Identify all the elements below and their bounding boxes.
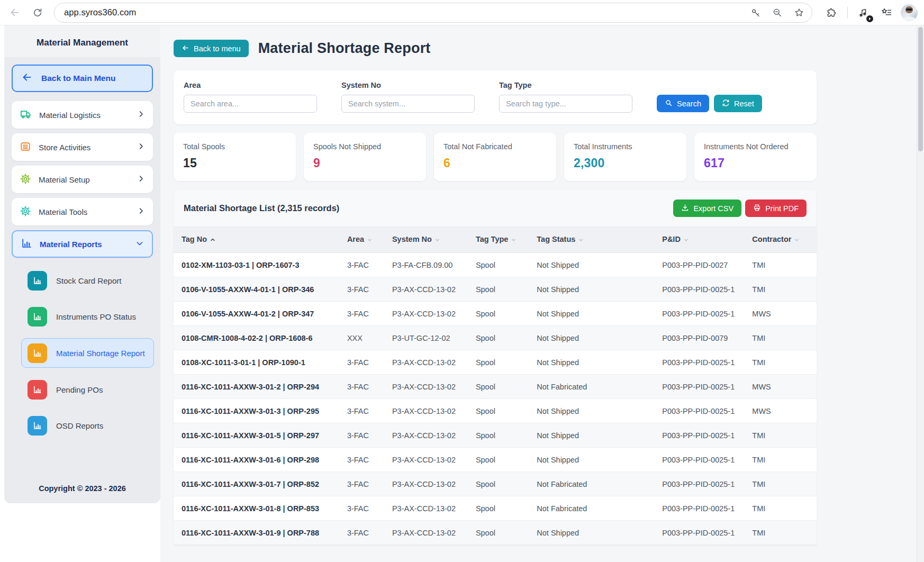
cell-tag-type: Spool (469, 399, 530, 423)
back-to-main-menu-button[interactable]: Back to Main Menu (12, 65, 153, 92)
sidebar-item-material-tools[interactable]: Material Tools (12, 198, 153, 225)
cell-area: 3-FAC (341, 277, 386, 302)
column-header-area[interactable]: Area (341, 227, 386, 253)
column-label: Contractor (752, 235, 791, 243)
cell-tag-no: 0106-V-1055-AXXW-4-01-1 | ORP-346 (174, 277, 341, 302)
arrow-left-icon (21, 71, 33, 85)
url-bar[interactable]: app.syros360.com (54, 3, 812, 23)
media-controls-icon[interactable] (854, 4, 872, 22)
back-to-menu-label: Back to menu (194, 44, 241, 53)
cell-pid: P003-PP-PID-0025-1 (656, 375, 746, 399)
browser-chrome: app.syros360.com (0, 0, 924, 25)
cell-contractor: TMI (746, 423, 817, 448)
cell-tag-status: Not Shipped (530, 277, 656, 302)
reset-button[interactable]: Reset (714, 95, 762, 112)
table-header-row: Tag No Area System No Tag Type Tag Statu… (174, 227, 817, 253)
bookmark-star-icon[interactable] (792, 5, 807, 20)
submenu-item-stock-card-report[interactable]: Stock Card Report (28, 266, 155, 295)
table-row: 0108-XC-1011-3-01-1 | ORP-1090-1 3-FAC P… (174, 350, 817, 375)
cell-tag-no: 0116-XC-1011-AXXW-3-01-9 | ORP-788 (174, 521, 341, 545)
browser-back-icon[interactable] (5, 4, 23, 22)
column-header-tag-status[interactable]: Tag Status (530, 227, 656, 253)
table-row: 0116-XC-1011-AXXW-3-01-8 | ORP-853 3-FAC… (174, 496, 817, 521)
cell-pid: P003-PP-PID-0025-1 (656, 521, 746, 545)
stat-value: 617 (704, 156, 807, 170)
system-no-label: System No (341, 81, 475, 89)
submenu-item-label: OSD Reports (56, 421, 103, 430)
shortage-list-title: Material Shortage List (2,315 records) (184, 203, 339, 213)
cell-contractor: MWS (746, 302, 817, 326)
sidebar-item-material-reports[interactable]: Material Reports (12, 230, 153, 258)
stat-label: Total Spools (183, 142, 286, 151)
export-csv-button[interactable]: Export CSV (673, 200, 741, 217)
cell-tag-type: Spool (469, 350, 530, 375)
export-csv-label: Export CSV (693, 204, 733, 213)
cell-system-no: P3-AX-CCD-13-02 (386, 375, 469, 399)
cell-system-no: P3-UT-GC-12-02 (386, 326, 469, 350)
submenu-item-osd-reports[interactable]: OSD Reports (28, 411, 155, 440)
chevron-right-icon (137, 142, 145, 152)
toolbar-divider (847, 7, 848, 19)
column-header-pid[interactable]: P&ID (656, 227, 746, 253)
cell-area: 3-FAC (341, 399, 386, 423)
back-to-menu-button[interactable]: Back to menu (174, 40, 249, 57)
sidebar-title: Material Management (4, 25, 160, 57)
cell-tag-type: Spool (469, 448, 530, 472)
table-row: 0116-XC-1011-AXXW-3-01-2 | ORP-294 3-FAC… (174, 375, 817, 399)
cell-pid: P003-PP-PID-0025-1 (656, 472, 746, 496)
page-title: Material Shortage Report (258, 40, 431, 57)
area-label: Area (184, 81, 317, 89)
submenu-item-instruments-po-status[interactable]: Instruments PO Status (28, 302, 155, 331)
tag-type-label: Tag Type (499, 81, 632, 89)
cell-area: 3-FAC (341, 496, 386, 521)
column-header-tag-no[interactable]: Tag No (174, 227, 341, 253)
favorites-list-icon[interactable] (877, 4, 895, 22)
table-row: 0116-XC-1011-AXXW-3-01-6 | ORP-298 3-FAC… (174, 448, 817, 472)
chevron-down-icon (135, 239, 144, 249)
media-play-badge (866, 15, 873, 22)
avatar-sunglasses (906, 8, 912, 11)
copyright-text: Copyright © 2023 - 2026 (4, 484, 160, 493)
cell-tag-status: Not Shipped (530, 350, 656, 375)
system-no-input[interactable] (341, 95, 475, 113)
search-button[interactable]: Search (657, 95, 709, 112)
tag-type-input[interactable] (499, 95, 632, 113)
table-row: 0116-XC-1011-AXXW-3-01-3 | ORP-295 3-FAC… (174, 399, 817, 423)
sidebar-item-material-setup[interactable]: Material Setup (12, 166, 153, 193)
sidebar-item-store-activities[interactable]: Store Activities (12, 133, 153, 161)
scrollbar-thumb[interactable] (918, 27, 923, 151)
area-input[interactable] (184, 95, 317, 113)
cell-area: 3-FAC (341, 350, 386, 375)
profile-avatar[interactable] (901, 4, 918, 21)
column-label: System No (392, 235, 432, 243)
column-header-contractor[interactable]: Contractor (746, 227, 817, 253)
print-pdf-button[interactable]: Print PDF (745, 200, 807, 217)
sidebar-item-material-logistics[interactable]: Material Logistics (12, 101, 153, 129)
stat-card-spools-not-shipped: Spools Not Shipped 9 (304, 133, 426, 181)
cell-tag-type: Spool (469, 472, 530, 496)
filter-panel: Area System No Tag Type Searc (174, 70, 817, 124)
submenu-item-pending-pos[interactable]: Pending POs (28, 375, 155, 404)
stat-value: 15 (183, 156, 286, 170)
column-header-system-no[interactable]: System No (386, 227, 469, 253)
page-scrollbar[interactable] (917, 25, 924, 562)
bar-chart-icon (28, 343, 47, 363)
password-key-icon[interactable] (748, 5, 763, 20)
column-header-tag-type[interactable]: Tag Type (469, 227, 530, 253)
url-text[interactable]: app.syros360.com (64, 7, 741, 17)
table-row: 0106-V-1055-AXXW-4-01-2 | ORP-347 3-FAC … (174, 302, 817, 326)
cell-tag-status: Not Shipped (530, 448, 656, 472)
chevron-down-icon (511, 236, 517, 244)
cell-area: XXX (341, 326, 386, 350)
cell-system-no: P3-AX-CCD-13-02 (386, 521, 469, 545)
chevron-right-icon (137, 207, 145, 216)
browser-refresh-icon[interactable] (29, 4, 47, 22)
sort-asc-icon (210, 236, 216, 244)
stat-label: Instruments Not Ordered (704, 142, 807, 151)
submenu-item-material-shortage-report[interactable]: Material Shortage Report (21, 338, 154, 368)
filter-field-system-no: System No (341, 81, 475, 113)
extensions-puzzle-icon[interactable] (823, 4, 841, 22)
stat-value: 6 (443, 156, 547, 170)
zoom-out-icon[interactable] (770, 5, 785, 20)
warehouse-icon (20, 141, 31, 154)
